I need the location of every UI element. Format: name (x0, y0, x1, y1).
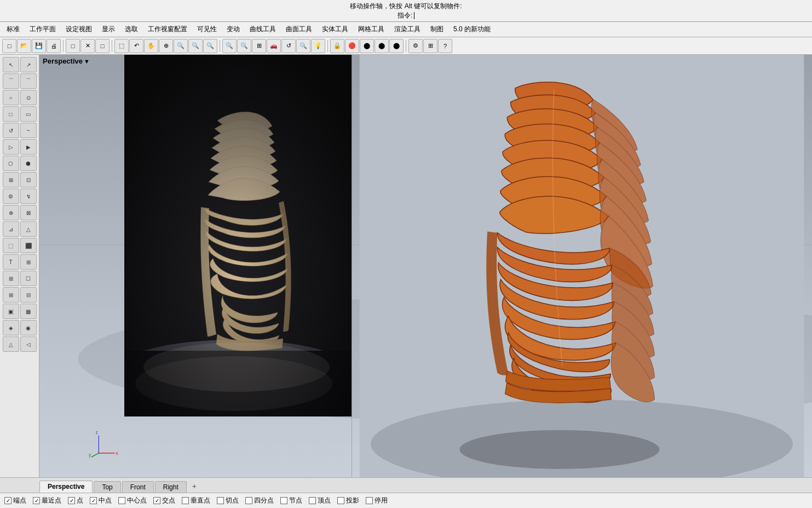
viewport-dropdown-icon[interactable]: ▼ (84, 58, 90, 65)
left-tool-select[interactable]: ↖ (3, 57, 19, 72)
snap-checkbox-端点[interactable] (4, 497, 11, 504)
left-tool-viewport-properties[interactable]: ▦ (20, 304, 37, 319)
toolbar-btn-zoom-out[interactable]: 🔍 (188, 39, 203, 53)
tab-front[interactable]: Front (122, 481, 154, 493)
toolbar-btn-material-red[interactable]: 🔴 (345, 39, 359, 53)
menu-item-2[interactable]: 设定视图 (61, 24, 96, 35)
toolbar-btn-material-black[interactable]: ⬤ (360, 39, 374, 53)
menu-item-9[interactable]: 曲面工具 (281, 24, 316, 35)
toolbar-btn-zoom-in[interactable]: 🔍 (174, 39, 188, 53)
left-tool-split[interactable]: △ (20, 221, 37, 237)
left-tool-arc[interactable]: ⊙ (20, 90, 37, 105)
toolbar-btn-material-white[interactable]: ⬤ (375, 39, 389, 53)
menu-item-0[interactable]: 标准 (2, 24, 24, 35)
menu-item-10[interactable]: 实体工具 (318, 24, 353, 35)
toolbar-btn-new[interactable]: □ (2, 39, 16, 53)
left-tool-select-chain[interactable]: ↗ (20, 57, 37, 72)
left-tool-mesh[interactable]: ⬡ (3, 156, 19, 171)
left-tool-copy[interactable]: ⊠ (20, 205, 37, 220)
left-tool-polyline[interactable]: ⌒ (20, 73, 37, 89)
snap-checkbox-垂直点[interactable] (182, 497, 189, 504)
toolbar-btn-copy[interactable]: ⬚ (114, 39, 129, 53)
snap-checkbox-投影[interactable] (337, 497, 344, 504)
toolbar-btn-zoom-all[interactable]: 🔍 (237, 39, 251, 53)
left-tool-layer[interactable]: ⊞ (3, 287, 19, 302)
left-tool-insert[interactable]: ☐ (20, 271, 37, 286)
left-tool-snap-track[interactable]: ◉ (20, 320, 37, 335)
snap-checkbox-四分点[interactable] (245, 497, 252, 504)
toolbar-btn-rotate-view[interactable]: ↺ (281, 39, 296, 53)
toolbar-btn-blank[interactable]: □ (66, 39, 80, 53)
left-tool-block[interactable]: ⊞ (3, 271, 19, 286)
left-tool-move[interactable]: ⊕ (3, 205, 19, 220)
menu-item-7[interactable]: 变动 (222, 24, 244, 35)
left-tool-record[interactable]: ↯ (20, 189, 37, 204)
menu-item-11[interactable]: 网格工具 (354, 24, 389, 35)
menu-item-6[interactable]: 可见性 (193, 24, 221, 35)
toolbar-btn-zoom-win[interactable]: 🔍 (222, 39, 237, 53)
left-tool-mesh-from-surface[interactable]: ⬢ (20, 156, 37, 171)
toolbar-btn-render-preview[interactable]: 🚗 (267, 39, 281, 53)
left-tool-render[interactable]: ▣ (3, 304, 19, 319)
snap-checkbox-节点[interactable] (280, 497, 287, 504)
tab-top[interactable]: Top (94, 481, 120, 493)
tab-right[interactable]: Right (155, 481, 187, 493)
left-tool-join[interactable]: ⬚ (3, 238, 19, 253)
left-tool-explode[interactable]: ⬛ (20, 238, 37, 253)
toolbar-btn-grid[interactable]: ⊞ (252, 39, 266, 53)
toolbar-btn-zoom-ext[interactable]: 🔍 (296, 39, 310, 53)
viewport[interactable]: Perspective ▼ (39, 55, 812, 477)
snap-checkbox-停用[interactable] (366, 497, 373, 504)
toolbar-btn-layer[interactable]: ⊞ (423, 39, 437, 53)
toolbar-btn-settings[interactable]: ⚙ (408, 39, 423, 53)
left-tool-extrude-closed[interactable]: ▶ (20, 139, 37, 155)
left-tool-fillet[interactable]: ~ (20, 123, 37, 138)
toolbar-btn-delete[interactable]: ✕ (80, 39, 95, 53)
menu-item-1[interactable]: 工作平面 (25, 24, 60, 35)
left-tool-array-polar[interactable]: ⊡ (20, 172, 37, 187)
menu-item-4[interactable]: 选取 (120, 24, 142, 35)
left-tool-transform[interactable]: △ (3, 336, 19, 352)
menu-item-5[interactable]: 工作视窗配置 (143, 24, 192, 35)
snap-checkbox-最近点[interactable] (33, 497, 40, 504)
left-tool-line[interactable]: ⌒ (3, 73, 19, 89)
toolbar-btn-open[interactable]: 📂 (17, 39, 31, 53)
toolbar-btn-pan[interactable]: ✋ (144, 39, 158, 53)
left-tool-circle[interactable]: ○ (3, 90, 19, 105)
left-tool-rotate[interactable]: ↺ (3, 123, 19, 138)
toolbar-btn-print[interactable]: 🖨 (47, 39, 61, 53)
left-tool-array[interactable]: ⊞ (3, 172, 19, 187)
menu-item-12[interactable]: 渲染工具 (390, 24, 425, 35)
snap-checkbox-切点[interactable] (217, 497, 224, 504)
tab-perspective[interactable]: Perspective (39, 481, 93, 493)
left-tool-extrude[interactable]: ▷ (3, 139, 19, 155)
snap-checkbox-中心点[interactable] (118, 497, 125, 504)
left-tool-orient[interactable]: ◁ (20, 336, 37, 352)
toolbar-btn-material-metal[interactable]: ⬤ (389, 39, 404, 53)
menu-item-14[interactable]: 5.0 的新功能 (449, 24, 495, 35)
toolbar-btn-help[interactable]: ? (438, 39, 452, 53)
menu-item-8[interactable]: 曲线工具 (245, 24, 280, 35)
toolbar-btn-lock[interactable]: 🔒 (330, 39, 344, 53)
toolbar-btn-undo[interactable]: ↶ (129, 39, 143, 53)
toolbar-btn-light[interactable]: 💡 (311, 39, 325, 53)
snap-checkbox-中点[interactable] (90, 497, 97, 504)
left-tool-osnap[interactable]: ◈ (3, 320, 19, 335)
menu-item-13[interactable]: 制图 (426, 24, 448, 35)
toolbar-btn-blank[interactable]: □ (95, 39, 110, 53)
snap-checkbox-交点[interactable] (153, 497, 160, 504)
left-tool-box[interactable]: ▭ (20, 106, 37, 122)
left-tool-trim[interactable]: ⊿ (3, 221, 19, 237)
toolbar-btn-zoom-fit[interactable]: 🔍 (203, 39, 217, 53)
menu-item-3[interactable]: 显示 (97, 24, 119, 35)
left-tool-gumball[interactable]: ⚙ (3, 189, 19, 204)
toolbar-btn-snap[interactable]: ⊕ (159, 39, 173, 53)
toolbar-btn-save[interactable]: 💾 (32, 39, 46, 53)
snap-checkbox-顶点[interactable] (309, 497, 316, 504)
snap-checkbox-点[interactable] (68, 497, 75, 504)
left-tool-text[interactable]: T (3, 254, 19, 270)
add-viewport-tab[interactable]: + (188, 481, 201, 492)
left-tool-dimension[interactable]: ⊞ (20, 254, 37, 270)
left-tool-properties[interactable]: ⊟ (20, 287, 37, 302)
left-tool-rectangle[interactable]: □ (3, 106, 19, 122)
